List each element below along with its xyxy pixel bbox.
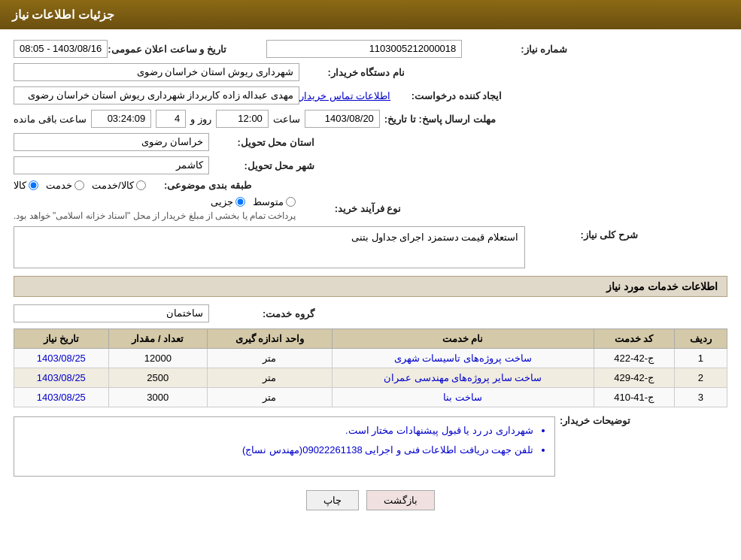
table-row: 2 ج-42-429 ساخت سایر پروژه‌های مهندسی عم… [14,368,727,388]
col-unit: واحد اندازه گیری [208,329,333,349]
cell-code: ج-42-429 [594,368,674,388]
province-label: استان محل تحویل: [209,137,314,148]
category-kala-item: کالا [14,180,38,191]
purchase-jozvi-radio[interactable] [235,197,245,207]
buyer-org-row: نام دستگاه خریدار: شهرداری ریوش استان خر… [14,63,727,81]
announcement-label: تاریخ و ساعت اعلان عمومی: [108,44,226,55]
cell-name: ساخت سایر پروژه‌های مهندسی عمران [332,368,594,388]
category-kala-khadamat-item: کالا/خدمت [92,180,146,191]
request-number-row: شماره نیاز: 1103005212000018 تاریخ و ساع… [14,40,727,58]
contact-link[interactable]: اطلاعات تماس خریدار [299,90,390,101]
service-section: گروه خدمت: ساختمان ردیف کد خدمت نام خدمت… [14,304,727,407]
cell-code: ج-41-410 [594,388,674,407]
purchase-type-row: نوع فرآیند خرید: متوسط جزیی پرداخت تمام … [14,196,727,221]
purchase-motavaset-radio[interactable] [286,197,296,207]
deadline-label: مهلت ارسال پاسخ: تا تاریخ: [384,114,496,125]
description-label: شرح کلی نیاز: [533,229,638,241]
category-khadamat-item: خدمت [46,180,84,191]
page-title: جزئیات اطلاعات نیاز [12,8,114,21]
purchase-jozvi-item: جزیی [211,196,245,207]
category-kala-khadamat-radio[interactable] [136,180,146,190]
category-kala-radio[interactable] [29,180,38,190]
table-row: 3 ج-41-410 ساخت بنا متر 3000 1403/08/25 [14,388,727,407]
deadline-remaining: 03:24:09 [91,110,151,128]
list-item: شهرداری در رد یا قبول پیشنهادات مختار اس… [22,423,533,439]
cell-date: 1403/08/25 [14,368,109,388]
buyer-notes-box: شهرداری در رد یا قبول پیشنهادات مختار اس… [14,416,555,477]
cell-count: 12000 [108,349,207,368]
cell-radif: 3 [674,388,727,407]
purchase-jozvi-label: جزیی [211,196,233,207]
buttons-row: بازگشت چاپ [14,490,727,510]
cell-count: 2500 [108,368,207,388]
buyer-org-label: نام دستگاه خریدار: [299,67,405,78]
city-label: شهر محل تحویل: [209,160,314,171]
cell-name: ساخت بنا [332,388,594,407]
cell-code: ج-42-422 [594,349,674,368]
deadline-days-label: روز و [190,114,211,125]
purchase-motavaset-item: متوسط [253,196,296,207]
col-count: تعداد / مقدار [108,329,207,349]
table-row: 1 ج-42-422 ساخت پروژه‌های تاسیسات شهری م… [14,349,727,368]
cell-radif: 2 [674,368,727,388]
print-button[interactable]: چاپ [306,490,359,510]
deadline-row: مهلت ارسال پاسخ: تا تاریخ: 1403/08/20 سا… [14,110,727,128]
category-khadamat-radio[interactable] [74,180,84,190]
deadline-time: 12:00 [216,110,269,128]
category-kala-label: کالا [14,180,26,191]
cell-count: 3000 [108,388,207,407]
request-number-label: شماره نیاز: [462,44,567,55]
col-radif: ردیف [674,329,727,349]
province-row: استان محل تحویل: خراسان رضوی [14,133,727,151]
cell-radif: 1 [674,349,727,368]
cell-unit: متر [208,368,333,388]
deadline-time-label: ساعت [273,114,300,125]
service-group-label: گروه خدمت: [209,308,314,319]
col-name: نام خدمت [332,329,594,349]
cell-date: 1403/08/25 [14,349,109,368]
city-row: شهر محل تحویل: کاشمر [14,156,727,174]
deadline-date: 1403/08/20 [305,110,380,128]
category-khadamat-label: خدمت [46,180,72,191]
cell-date: 1403/08/25 [14,388,109,407]
purchase-motavaset-label: متوسط [253,196,284,207]
city-value: کاشمر [14,156,209,174]
creator-label: ایجاد کننده درخواست: [396,90,502,101]
category-row: طبقه بندی موضوعی: کالا/خدمت خدمت کالا [14,180,727,191]
services-section-title: اطلاعات خدمات مورد نیاز [14,276,727,297]
col-date: تاریخ نیاز [14,329,109,349]
description-value: استعلام قیمت دستمزد اجرای جداول بتنی [14,226,525,268]
deadline-remaining-label: ساعت باقی مانده [14,114,87,125]
col-code: کد خدمت [594,329,674,349]
list-item: تلفن جهت دریافت اطلاعات فنی و اجرایی 090… [22,443,533,459]
category-options: کالا/خدمت خدمت کالا [14,180,146,191]
announcement-value: 1403/08/16 - 08:05 [14,40,108,58]
purchase-note: پرداخت تمام یا بخشی از مبلغ خریدار از مح… [14,210,296,221]
buyer-notes-list: شهرداری در رد یا قبول پیشنهادات مختار اس… [22,423,547,459]
request-number-value: 1103005212000018 [266,40,462,58]
cell-unit: متر [208,349,333,368]
service-group-value: ساختمان [14,304,209,322]
purchase-type-options: متوسط جزیی [211,196,296,207]
category-label: طبقه بندی موضوعی: [146,180,251,191]
province-value: خراسان رضوی [14,133,209,151]
buyer-org-value: شهرداری ریوش استان خراسان رضوی [14,63,299,81]
category-kala-khadamat-label: کالا/خدمت [92,180,134,191]
back-button[interactable]: بازگشت [366,490,435,510]
deadline-days: 4 [156,110,186,128]
purchase-type-label: نوع فرآیند خرید: [296,203,401,214]
buyer-notes-label: توضیحات خریدار: [555,415,630,426]
service-group-row: گروه خدمت: ساختمان [14,304,727,322]
creator-value: مهدی عبداله زاده کاربرداز شهرداری ریوش ا… [14,86,299,104]
services-table: ردیف کد خدمت نام خدمت واحد اندازه گیری ت… [14,328,727,407]
creator-row: ایجاد کننده درخواست: اطلاعات تماس خریدار… [14,86,727,104]
page-header: جزئیات اطلاعات نیاز [0,0,741,29]
cell-name: ساخت پروژه‌های تاسیسات شهری [332,349,594,368]
notes-section: توضیحات خریدار: شهرداری در رد یا قبول پی… [14,415,727,477]
description-section: شرح کلی نیاز: استعلام قیمت دستمزد اجرای … [14,226,727,268]
cell-unit: متر [208,388,333,407]
